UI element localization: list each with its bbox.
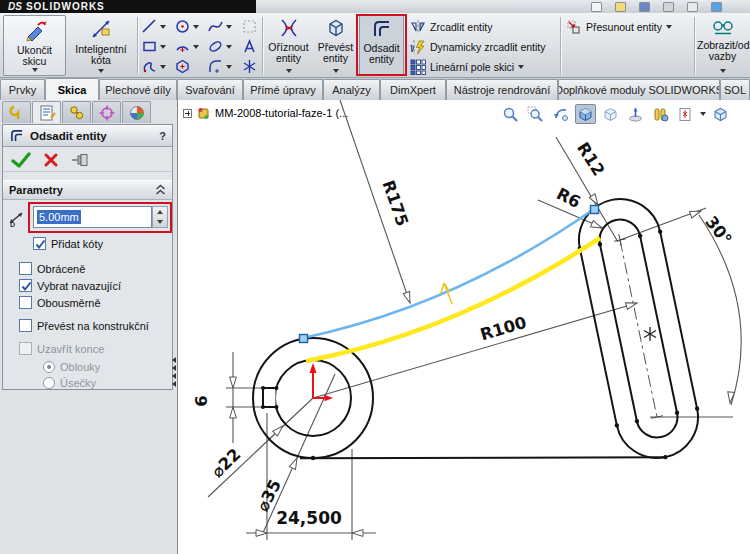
tangent-line[interactable]: [300, 457, 666, 458]
zoom-fit-icon[interactable]: [500, 104, 521, 124]
exit-sketch-button[interactable]: Ukončit skicu: [3, 15, 66, 76]
dropdown-arrow-icon[interactable]: [193, 25, 199, 29]
checkbox-bidirectional[interactable]: Obousměrně: [19, 296, 101, 309]
stepper-up-button[interactable]: [153, 207, 167, 217]
offset-preview-curve[interactable]: [306, 238, 600, 361]
rectangle-tool[interactable]: [141, 38, 166, 55]
ok-button[interactable]: [11, 151, 31, 169]
dropdown-arrow-icon[interactable]: [286, 69, 292, 73]
dropdown-arrow-icon[interactable]: [518, 65, 524, 69]
tab-displaymanager[interactable]: [122, 101, 151, 123]
undo-icon[interactable]: [687, 2, 698, 12]
checkbox-select-chain[interactable]: Vybrat navazující: [19, 279, 121, 292]
checkbox-box[interactable]: [19, 279, 32, 292]
pin-button[interactable]: [71, 153, 91, 167]
polygon-tool[interactable]: [174, 58, 191, 75]
checkbox-box[interactable]: [19, 319, 32, 332]
tab-doplnkove-moduly[interactable]: Doplňkové moduly SOLIDWORKS: [558, 79, 720, 100]
tab-plechove-dily[interactable]: Plechové díly: [99, 79, 177, 100]
curve-handle[interactable]: [300, 335, 308, 343]
point-tool[interactable]: [241, 58, 258, 75]
dropdown-arrow-icon[interactable]: [226, 45, 232, 49]
hidden-lines-icon[interactable]: [600, 104, 621, 124]
dropdown-arrow-icon[interactable]: [700, 112, 706, 116]
smart-dimension-button[interactable]: Inteligentní kóta: [69, 15, 133, 76]
dropdown-arrow-icon[interactable]: [226, 65, 232, 69]
text-tool[interactable]: [241, 38, 258, 55]
section-view-icon[interactable]: [625, 104, 646, 124]
selected-curve[interactable]: [303, 209, 594, 338]
dim-text-r175[interactable]: R175: [379, 178, 412, 229]
dim-text-angle[interactable]: 30°: [701, 212, 735, 248]
dropdown-arrow-icon[interactable]: [720, 69, 726, 73]
checkbox-make-construction[interactable]: Převést na konstrukční: [19, 319, 149, 332]
checkbox-reverse[interactable]: Obráceně: [19, 262, 85, 275]
feature-tree-item[interactable]: MM-2008-tutorial-faze-1 (...: [183, 106, 348, 120]
tab-analyzy[interactable]: Analýzy: [323, 79, 380, 100]
appearances-icon[interactable]: [650, 104, 671, 124]
tab-dimxpert[interactable]: DimXpert: [380, 79, 446, 100]
dim-text-r100[interactable]: R100: [478, 313, 529, 344]
tab-truncated[interactable]: SOL: [720, 79, 750, 100]
scene-settings-icon[interactable]: [675, 104, 696, 124]
dim-text-r12[interactable]: R12: [573, 139, 608, 179]
tab-prime-upravy[interactable]: Přímé úpravy: [243, 79, 323, 100]
graphics-area[interactable]: MM-2008-tutorial-faze-1 (...: [178, 100, 750, 554]
tab-propertymanager[interactable]: [32, 101, 61, 123]
dropdown-arrow-icon[interactable]: [160, 25, 166, 29]
zoom-area-icon[interactable]: [525, 104, 546, 124]
slot-shape[interactable]: [569, 191, 708, 468]
inner-circle[interactable]: [275, 360, 351, 436]
dropdown-arrow-icon[interactable]: [666, 25, 672, 29]
tab-skica[interactable]: Skica: [45, 78, 99, 100]
dropdown-arrow-icon[interactable]: [32, 68, 38, 72]
spline-tool[interactable]: [207, 18, 232, 35]
ellipse-tool[interactable]: [207, 38, 232, 55]
tab-svarovani[interactable]: Svařování: [177, 79, 243, 100]
print-icon[interactable]: [663, 2, 674, 12]
offset-distance-input[interactable]: 5.00mm: [33, 206, 152, 228]
curve-handle[interactable]: [591, 206, 599, 214]
circle-tool[interactable]: [174, 18, 199, 35]
dropdown-arrow-icon[interactable]: [160, 65, 166, 69]
parameters-section-header[interactable]: Parametry: [3, 180, 172, 200]
help-button[interactable]: ?: [159, 130, 166, 142]
previous-view-icon[interactable]: [550, 104, 571, 124]
new-file-icon[interactable]: [591, 2, 602, 12]
move-entities-button[interactable]: Přesunout entity: [566, 19, 672, 35]
dropdown-arrow-icon[interactable]: [160, 45, 166, 49]
outer-circle[interactable]: [253, 338, 373, 458]
open-file-icon[interactable]: [615, 2, 626, 12]
panel-splitter[interactable]: [170, 355, 177, 389]
linear-pattern-button[interactable]: Lineární pole skici: [410, 59, 524, 75]
dim-text-dist[interactable]: 24,500: [276, 508, 342, 528]
checkbox-box[interactable]: [19, 296, 32, 309]
arc-tool[interactable]: [174, 38, 199, 55]
tab-nastroje-rendrovani[interactable]: Nástroje rendrování: [446, 79, 558, 100]
tab-configurationmanager[interactable]: [62, 101, 91, 123]
dim-text-dia35[interactable]: ⌀35: [253, 477, 285, 515]
tree-expand-icon[interactable]: [183, 109, 192, 118]
freeform-tool[interactable]: [141, 58, 166, 75]
dropdown-arrow-icon[interactable]: [193, 45, 199, 49]
trim-entities-button[interactable]: Oříznout entity: [265, 15, 312, 76]
checkbox-box[interactable]: [33, 237, 46, 250]
line-tool[interactable]: [141, 18, 166, 35]
help-icon[interactable]: [711, 2, 722, 12]
dropdown-arrow-icon[interactable]: [98, 69, 104, 73]
dim-text-key-width[interactable]: 6: [192, 395, 211, 406]
save-icon[interactable]: [639, 2, 650, 12]
checkbox-box[interactable]: [19, 262, 32, 275]
dim-text-dia22[interactable]: ⌀22: [208, 445, 245, 482]
keyway[interactable]: [263, 387, 277, 408]
stepper-down-button[interactable]: [153, 217, 167, 227]
dropdown-arrow-icon[interactable]: [333, 69, 339, 73]
tab-prvky[interactable]: Prvky: [0, 79, 45, 100]
display-relations-button[interactable]: Zobrazit/odst vazby: [697, 15, 748, 76]
display-style-icon[interactable]: [575, 104, 596, 124]
dynamic-mirror-button[interactable]: Dynamicky zrcadlit entity: [410, 39, 546, 55]
checkbox-add-dimensions[interactable]: Přidat kóty: [33, 237, 103, 250]
dim-text-r6[interactable]: R6: [553, 184, 583, 212]
fillet-tool[interactable]: [207, 58, 232, 75]
tab-featuremanager[interactable]: [2, 101, 31, 123]
